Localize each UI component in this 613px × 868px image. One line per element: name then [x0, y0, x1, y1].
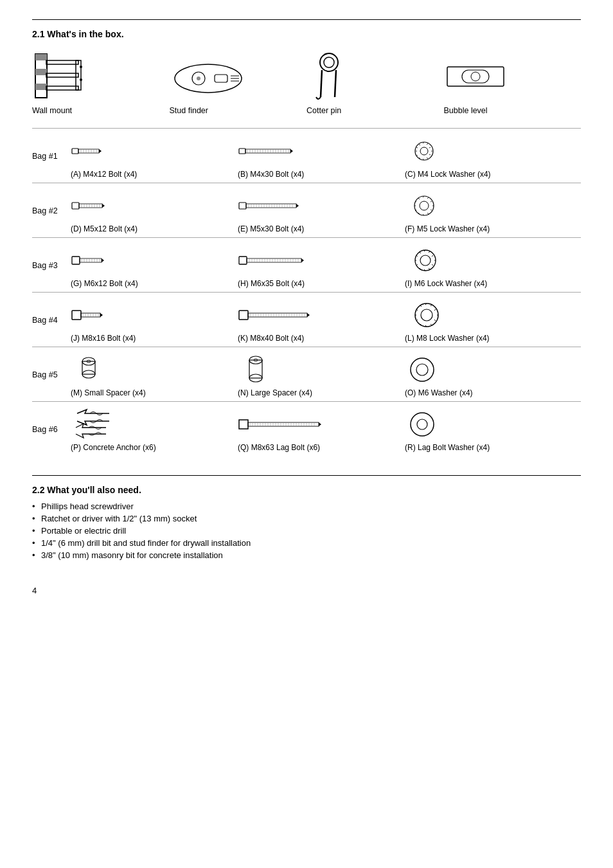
svg-line-100: [431, 201, 432, 202]
top-item-bubble-level: Bubble level: [444, 51, 582, 115]
tools-list: Phillips head screwdriver Ratchet or dri…: [32, 502, 581, 560]
svg-rect-24: [72, 149, 78, 154]
bag-1-items: (A) M4x12 Bolt (x4): [71, 135, 581, 179]
svg-line-56: [429, 147, 431, 148]
svg-point-8: [80, 66, 82, 68]
bag-3-item-h: (H) M6x35 Bolt (x4): [238, 244, 405, 288]
svg-line-59: [427, 158, 428, 159]
washer-o-image: [405, 354, 440, 386]
bag-2-item-e: (E) M5x30 Bolt (x4): [238, 190, 405, 233]
bag-4-label-j: (J) M8x16 Bolt (x4): [71, 334, 136, 343]
bag-4-label-k: (K) M8x40 Bolt (x4): [238, 334, 304, 343]
bag-4-label-l: (L) M8 Lock Washer (x4): [405, 334, 490, 343]
svg-line-64: [416, 147, 418, 148]
list-item-2: Ratchet or driver with 1/2" (13 mm) sock…: [32, 514, 581, 523]
bag-1-label-b: (B) M4x30 Bolt (x4): [238, 170, 304, 179]
bag-5-label-m: (M) Small Spacer (x4): [71, 388, 146, 397]
bag-4-item-l: (L) M8 Lock Washer (x4): [405, 299, 572, 343]
svg-point-23: [471, 72, 480, 81]
svg-rect-5: [46, 73, 78, 77]
bag-3-label: Bag #3: [32, 244, 71, 270]
svg-point-212: [416, 364, 428, 375]
svg-line-102: [431, 210, 432, 210]
svg-line-148: [432, 264, 433, 266]
lockwasher-f-image: [405, 190, 443, 222]
bag-5-label: Bag #5: [32, 354, 71, 379]
bag-6-label-q: (Q) M8x63 Lag Bolt (x6): [238, 443, 320, 452]
section-22-title: 2.2 What you'll also need.: [32, 485, 581, 495]
bolt-a-image: [71, 135, 141, 167]
svg-line-146: [432, 255, 433, 257]
svg-rect-6: [46, 86, 78, 90]
svg-line-55: [427, 143, 428, 145]
svg-point-12: [197, 77, 200, 80]
bag-1-label-c: (C) M4 Lock Washer (x4): [405, 170, 491, 179]
bag-1-item-c: (C) M4 Lock Washer (x4): [405, 135, 572, 179]
svg-rect-156: [72, 311, 81, 320]
bag-6-label-r: (R) Lag Bolt Washer (x4): [405, 443, 490, 452]
bag-3-label-i: (I) M6 Lock Washer (x4): [405, 279, 487, 288]
bag-1-label-a: (A) M4x12 Bolt (x4): [71, 170, 137, 179]
bubble-level-image: [444, 51, 508, 102]
bag-4-item-j: (J) M8x16 Bolt (x4): [71, 299, 238, 343]
svg-line-58: [429, 154, 431, 155]
bag-6-item-q: (Q) M8x63 Lag Bolt (x6): [238, 408, 405, 452]
svg-rect-213: [239, 420, 248, 429]
bag-5-label-n: (N) Large Spacer (x4): [238, 388, 312, 397]
svg-line-149: [429, 268, 430, 269]
svg-point-18: [324, 57, 334, 68]
bag-2-section: Bag #2 (D) M5x12 Bolt (x4): [32, 183, 581, 237]
svg-rect-76: [239, 203, 246, 209]
svg-point-53: [420, 147, 428, 155]
svg-rect-120: [239, 257, 247, 264]
bag-2-label: Bag #2: [32, 190, 71, 215]
svg-point-241: [411, 413, 434, 436]
top-item-cotter-pin: Cotter pin: [306, 51, 444, 115]
svg-line-155: [420, 252, 421, 253]
bag-2-label-d: (D) M5x12 Bolt (x4): [71, 224, 138, 233]
page-number: 4: [32, 586, 581, 595]
svg-line-20: [335, 70, 336, 97]
bag-3-item-i: (I) M6 Lock Washer (x4): [405, 244, 572, 288]
svg-rect-166: [248, 313, 307, 317]
svg-rect-111: [80, 258, 102, 262]
list-item-3: Portable or electric drill: [32, 526, 581, 536]
svg-line-193: [434, 309, 436, 311]
svg-point-9: [80, 78, 82, 81]
section-21-title: 2.1 What's in the box.: [32, 29, 581, 39]
svg-line-145: [429, 251, 430, 253]
bag-4-section: Bag #4 (J) M8x16 Bolt (x4): [32, 292, 581, 347]
svg-point-96: [414, 196, 434, 215]
bolt-e-image: [238, 190, 334, 222]
svg-rect-33: [239, 149, 245, 154]
bag-2-label-f: (F) M5 Lock Washer (x4): [405, 224, 490, 233]
bag-5-items: (M) Small Spacer (x4) (N) Large Spacer (…: [71, 354, 581, 397]
bag-5-section: Bag #5 (M) Small Spacer (x4): [32, 347, 581, 401]
bag-2-item-f: (F) M5 Lock Washer (x4): [405, 190, 572, 233]
svg-point-211: [411, 358, 434, 381]
lag-bolt-washer-r-image: [405, 408, 440, 440]
svg-rect-204: [82, 361, 95, 374]
bag-6-item-p: (P) Concrete Anchor (x6): [71, 408, 238, 452]
svg-rect-0: [35, 54, 47, 98]
lockwasher-c-image: [405, 135, 443, 167]
bag-5-item-m: (M) Small Spacer (x4): [71, 354, 238, 397]
svg-line-103: [427, 213, 429, 214]
bag-3-item-g: (G) M6x12 Bolt (x4): [71, 244, 238, 288]
concrete-anchor-p-image: [71, 408, 141, 440]
svg-line-196: [431, 324, 432, 325]
bag-6-item-r: (R) Lag Bolt Washer (x4): [405, 408, 572, 452]
list-item-4: 1/4" (6 mm) drill bit and stud finder fo…: [32, 538, 581, 548]
svg-line-192: [431, 305, 432, 306]
svg-rect-110: [72, 257, 80, 264]
svg-line-195: [434, 320, 436, 321]
bolt-j-image: [71, 299, 141, 331]
list-item-1: Phillips head screwdriver: [32, 502, 581, 511]
bag-5-label-o: (O) M6 Washer (x4): [405, 388, 473, 397]
bag-3-section: Bag #3 (G) M6x12 Bolt (x4): [32, 237, 581, 292]
svg-point-143: [420, 255, 431, 266]
cotter-pin-image: [306, 51, 351, 102]
svg-line-65: [419, 144, 420, 145]
svg-rect-4: [46, 60, 78, 64]
lockwasher-l-image: [405, 299, 449, 331]
